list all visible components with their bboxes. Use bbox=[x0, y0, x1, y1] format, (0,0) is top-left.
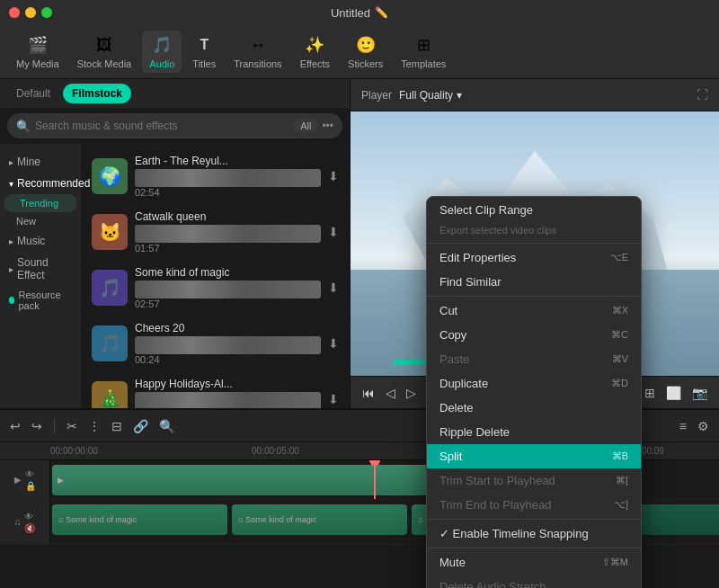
window-title: Untitled ✏️ bbox=[331, 6, 388, 20]
ctx-delete[interactable]: Delete bbox=[427, 396, 641, 420]
minimize-button[interactable] bbox=[25, 7, 36, 18]
tick-5: 00:00:05:00 bbox=[252, 446, 299, 456]
aspect-ratio-button[interactable]: ⬜ bbox=[663, 383, 684, 403]
lock-button[interactable]: 🔒 bbox=[25, 481, 36, 491]
track-controls: 👁 🔒 bbox=[25, 469, 36, 491]
sidebar-resource-pack[interactable]: Resource pack bbox=[0, 286, 81, 315]
left-panel: Default Filmstock 🔍 All ••• ▸ Mine ▾ Rec… bbox=[0, 79, 351, 408]
video-track-label: ▶ 👁 🔒 bbox=[0, 460, 50, 499]
track-thumb-3: 🎵 bbox=[92, 270, 128, 306]
audio-clip-1[interactable]: ♫ Some kind of magic bbox=[52, 504, 227, 535]
transitions-label: Transitions bbox=[234, 58, 281, 69]
search-icon: 🔍 bbox=[16, 120, 31, 133]
sidebar-recommended[interactable]: ▾ Recommended bbox=[0, 173, 81, 194]
download-icon-2[interactable]: ⬇ bbox=[328, 225, 339, 239]
ctx-paste[interactable]: Paste ⌘V bbox=[427, 347, 641, 371]
quality-selector[interactable]: Full Quality ▾ bbox=[399, 89, 462, 102]
sidebar-mine[interactable]: ▸ Mine bbox=[0, 151, 81, 173]
list-item[interactable]: 🎄 Happy Holidays-Al... 01:09 ⬇ bbox=[84, 372, 346, 408]
divider bbox=[427, 296, 641, 297]
undo-button[interactable]: ↩ bbox=[7, 416, 23, 436]
close-button[interactable] bbox=[9, 7, 20, 18]
track-height-button[interactable]: ≡ bbox=[677, 416, 689, 436]
my-media-label: My Media bbox=[16, 58, 59, 69]
list-item[interactable]: 🎵 Cheers 20 00:24 ⬇ bbox=[84, 316, 346, 370]
toolbar-audio[interactable]: 🎵 Audio bbox=[142, 31, 182, 73]
audio-tabs: Default Filmstock bbox=[0, 79, 350, 108]
ctx-trim-start[interactable]: Trim Start to Playhead ⌘[ bbox=[427, 468, 641, 493]
audio-sidebar: ▸ Mine ▾ Recommended Trending New ▸ Musi… bbox=[0, 144, 81, 408]
audio-track-icon: ♫ bbox=[14, 517, 22, 527]
track-wave-2 bbox=[135, 225, 321, 243]
titles-icon: T bbox=[193, 34, 215, 56]
ctx-duplicate[interactable]: Duplicate ⌘D bbox=[427, 371, 641, 396]
tab-default[interactable]: Default bbox=[7, 84, 59, 103]
ctx-split[interactable]: Split ⌘B bbox=[427, 444, 641, 468]
crop-button[interactable]: ⊞ bbox=[642, 383, 658, 403]
track-info-3: Some kind of magic 02:57 bbox=[135, 266, 321, 309]
toolbar-transitions[interactable]: ↔ Transitions bbox=[226, 31, 288, 73]
settings-icon[interactable]: ⚙ bbox=[695, 416, 712, 436]
download-icon-5[interactable]: ⬇ bbox=[328, 392, 339, 406]
sidebar-trending[interactable]: Trending bbox=[4, 194, 77, 212]
audio-clip-2[interactable]: ♫ Some kind of magic bbox=[232, 504, 407, 535]
track-thumb-2: 🐱 bbox=[92, 214, 128, 250]
arrow-mine: ▸ bbox=[9, 157, 13, 167]
audio-eye-button[interactable]: 👁 bbox=[24, 512, 35, 521]
stickers-icon: 🙂 bbox=[355, 34, 377, 56]
ctx-cut[interactable]: Cut ⌘X bbox=[427, 298, 641, 323]
tab-filmstock[interactable]: Filmstock bbox=[63, 84, 131, 103]
list-item[interactable]: 🌍 Earth - The Reyul... 02:54 ⬇ bbox=[84, 149, 346, 203]
resource-dot bbox=[9, 297, 14, 304]
play-button[interactable]: ▷ bbox=[404, 383, 419, 403]
stock-media-icon: 🖼 bbox=[93, 34, 115, 56]
toolbar-stock-media[interactable]: 🖼 Stock Media bbox=[70, 31, 139, 73]
ctx-snapping[interactable]: ✓ Enable Timeline Snapping bbox=[427, 521, 641, 546]
toolbar-my-media[interactable]: 🎬 My Media bbox=[9, 31, 67, 73]
filter-button[interactable]: All bbox=[293, 119, 318, 133]
download-icon-4[interactable]: ⬇ bbox=[328, 336, 339, 351]
sidebar-music[interactable]: ▸ Music bbox=[0, 230, 81, 252]
effects-icon: ✨ bbox=[304, 34, 325, 56]
download-icon-3[interactable]: ⬇ bbox=[328, 281, 339, 295]
screenshot-button[interactable]: 📷 bbox=[689, 383, 710, 403]
arrow-sound: ▸ bbox=[9, 264, 13, 274]
search-input[interactable] bbox=[35, 120, 293, 132]
maximize-button[interactable] bbox=[41, 7, 52, 18]
track-wave-4 bbox=[135, 336, 321, 354]
timeline-zoom-out[interactable]: 🔍 bbox=[156, 416, 177, 436]
fullscreen-icon[interactable]: ⛶ bbox=[697, 88, 708, 102]
toolbar-templates[interactable]: ⊞ Templates bbox=[394, 31, 453, 73]
ctx-trim-end[interactable]: Trim End to Playhead ⌥] bbox=[427, 493, 641, 517]
ctx-delete-audio[interactable]: Delete Audio Stretch bbox=[427, 575, 641, 588]
ctx-edit-properties[interactable]: Edit Properties ⌥E bbox=[427, 245, 641, 270]
toolbar-effects[interactable]: ✨ Effects bbox=[293, 31, 337, 73]
split-timeline-button[interactable]: ⋮ bbox=[85, 416, 103, 436]
crop-timeline-button[interactable]: ⊟ bbox=[109, 416, 125, 436]
ctx-copy[interactable]: Copy ⌘C bbox=[427, 323, 641, 347]
divider bbox=[427, 243, 641, 244]
toolbar-stickers[interactable]: 🙂 Stickers bbox=[341, 31, 390, 73]
sidebar-new[interactable]: New bbox=[0, 212, 81, 230]
toolbar-titles[interactable]: T Titles bbox=[185, 31, 223, 73]
redo-button[interactable]: ↪ bbox=[29, 416, 45, 436]
divider bbox=[427, 548, 641, 548]
ctx-ripple-delete[interactable]: Ripple Delete bbox=[427, 420, 641, 444]
rewind-button[interactable]: ⏮ bbox=[360, 383, 377, 403]
cut-button[interactable]: ✂ bbox=[64, 416, 80, 436]
divider bbox=[54, 419, 55, 433]
magnet-button[interactable]: 🔗 bbox=[130, 416, 151, 436]
eye-button[interactable]: 👁 bbox=[25, 469, 36, 479]
sidebar-sound-effect[interactable]: ▸ Sound Effect bbox=[0, 252, 81, 286]
ctx-find-similar[interactable]: Find Similar bbox=[427, 270, 641, 294]
tick-0: 00:00:00:00 bbox=[50, 446, 98, 456]
download-icon-1[interactable]: ⬇ bbox=[328, 169, 339, 183]
audio-mute-button[interactable]: 🔇 bbox=[24, 523, 35, 533]
my-media-icon: 🎬 bbox=[27, 34, 49, 56]
list-item[interactable]: 🐱 Catwalk queen 01:57 ⬇ bbox=[84, 205, 346, 259]
player-label: Player bbox=[361, 89, 392, 102]
list-item[interactable]: 🎵 Some kind of magic 02:57 ⬇ bbox=[84, 261, 346, 315]
prev-frame-button[interactable]: ◁ bbox=[383, 383, 398, 403]
ctx-mute[interactable]: Mute ⇧⌘M bbox=[427, 550, 641, 575]
filter-more-icon[interactable]: ••• bbox=[322, 120, 333, 132]
